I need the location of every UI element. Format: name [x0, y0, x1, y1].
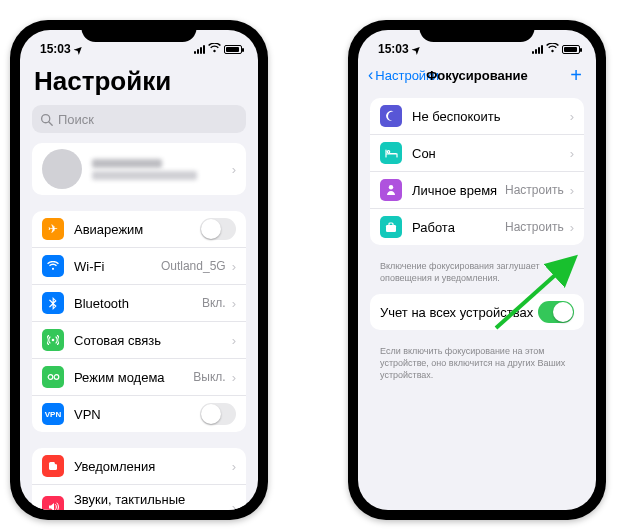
search-placeholder: Поиск: [58, 112, 94, 127]
location-icon: [74, 42, 82, 56]
chevron-right-icon: ›: [232, 500, 236, 511]
vpn-toggle[interactable]: [200, 403, 236, 425]
notch: [82, 20, 197, 42]
search-icon: [40, 113, 53, 126]
avatar: [42, 149, 82, 189]
row-work[interactable]: Работа Настроить ›: [370, 208, 584, 245]
row-vpn[interactable]: VPN VPN: [32, 395, 246, 432]
profile-row[interactable]: ›: [32, 143, 246, 195]
chevron-right-icon: ›: [232, 459, 236, 474]
row-cellular[interactable]: Сотовая связь ›: [32, 321, 246, 358]
chevron-right-icon: ›: [232, 296, 236, 311]
focus-note-2: Если включить фокусирование на этом устр…: [358, 346, 596, 391]
row-hotspot[interactable]: Режим модема Выкл. ›: [32, 358, 246, 395]
wifi-icon: [546, 43, 559, 55]
focus-modes-group: Не беспокоить › Сон › Личное время Настр…: [370, 98, 584, 245]
briefcase-icon: [380, 216, 402, 238]
svg-point-6: [55, 461, 59, 465]
focus-note-1: Включение фокусирования заглушает оповещ…: [358, 261, 596, 294]
hotspot-icon: [42, 366, 64, 388]
bluetooth-value: Вкл.: [202, 296, 226, 310]
location-icon: [412, 42, 420, 56]
row-dnd[interactable]: Не беспокоить ›: [370, 98, 584, 134]
profile-text-blurred: [92, 156, 232, 183]
battery-icon: [224, 45, 242, 54]
nav-bar: ‹ Настройки Фокусирование +: [358, 62, 596, 92]
vpn-icon: VPN: [42, 403, 64, 425]
chevron-right-icon: ›: [570, 146, 574, 161]
chevron-right-icon: ›: [232, 162, 236, 177]
nav-title: Фокусирование: [426, 68, 528, 83]
cellular-icon: [42, 329, 64, 351]
status-time: 15:03: [378, 42, 409, 56]
hotspot-value: Выкл.: [193, 370, 225, 384]
row-sleep[interactable]: Сон ›: [370, 134, 584, 171]
chevron-right-icon: ›: [570, 109, 574, 124]
wifi-icon: [208, 43, 221, 55]
row-share-devices[interactable]: Учет на всех устройствах: [370, 294, 584, 330]
moon-icon: [380, 105, 402, 127]
svg-point-3: [48, 375, 53, 380]
svg-line-1: [49, 121, 52, 124]
notifications-group: Уведомления › Звуки, тактильные сигналы …: [32, 448, 246, 510]
notifications-icon: [42, 455, 64, 477]
wifi-settings-icon: [42, 255, 64, 277]
status-time: 15:03: [40, 42, 71, 56]
screen-settings: 15:03 Настройки Поиск ›: [20, 30, 258, 510]
chevron-right-icon: ›: [232, 370, 236, 385]
row-bluetooth[interactable]: Bluetooth Вкл. ›: [32, 284, 246, 321]
chevron-right-icon: ›: [232, 259, 236, 274]
bluetooth-icon: [42, 292, 64, 314]
svg-point-4: [54, 375, 59, 380]
phone-focus: 15:03 ‹ Настройки Фокусирование +: [348, 20, 606, 520]
cellular-signal-icon: [194, 45, 205, 54]
svg-point-2: [52, 339, 55, 342]
svg-point-9: [389, 185, 393, 189]
chevron-right-icon: ›: [570, 183, 574, 198]
chevron-right-icon: ›: [232, 333, 236, 348]
phone-settings: 15:03 Настройки Поиск ›: [10, 20, 268, 520]
row-wifi[interactable]: Wi-Fi Outland_5G ›: [32, 247, 246, 284]
search-input[interactable]: Поиск: [32, 105, 246, 133]
work-value: Настроить: [505, 220, 564, 234]
row-sounds[interactable]: Звуки, тактильные сигналы ›: [32, 484, 246, 510]
svg-rect-10: [386, 225, 396, 232]
add-focus-button[interactable]: +: [570, 64, 586, 87]
row-notifications[interactable]: Уведомления ›: [32, 448, 246, 484]
cellular-signal-icon: [532, 45, 543, 54]
connectivity-group: ✈︎ Авиарежим Wi-Fi Outland_5G › B: [32, 211, 246, 432]
row-personal[interactable]: Личное время Настроить ›: [370, 171, 584, 208]
airplane-toggle[interactable]: [200, 218, 236, 240]
airplane-icon: ✈︎: [42, 218, 64, 240]
profile-group: ›: [32, 143, 246, 195]
chevron-right-icon: ›: [570, 220, 574, 235]
row-airplane[interactable]: ✈︎ Авиарежим: [32, 211, 246, 247]
screen-focus: 15:03 ‹ Настройки Фокусирование +: [358, 30, 596, 510]
share-group: Учет на всех устройствах: [370, 294, 584, 330]
share-toggle[interactable]: [538, 301, 574, 323]
wifi-value: Outland_5G: [161, 259, 226, 273]
person-icon: [380, 179, 402, 201]
personal-value: Настроить: [505, 183, 564, 197]
chevron-left-icon: ‹: [368, 66, 373, 84]
battery-icon: [562, 45, 580, 54]
bed-icon: [380, 142, 402, 164]
notch: [420, 20, 535, 42]
sounds-icon: [42, 496, 64, 510]
page-title: Настройки: [20, 62, 258, 105]
